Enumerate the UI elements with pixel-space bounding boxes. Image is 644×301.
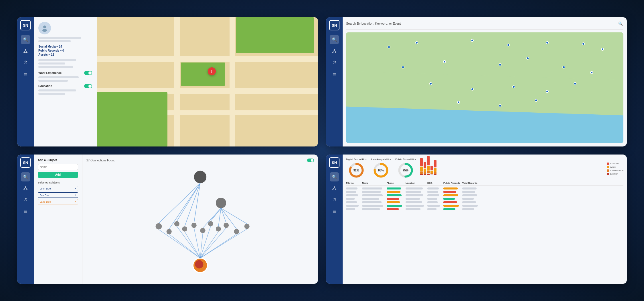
cell-name-7	[362, 208, 385, 210]
education-label: Education	[38, 85, 52, 88]
legend-arrest: Arrest	[607, 166, 623, 168]
cell-file-4	[346, 198, 360, 200]
sidebar2-clock-icon[interactable]: ⏱	[330, 58, 339, 67]
map-dot-21	[535, 99, 538, 102]
svg-point-9	[332, 52, 333, 53]
cell-pub-2	[443, 191, 461, 193]
svg-point-8	[334, 49, 335, 50]
education-toggle[interactable]	[84, 84, 92, 88]
edge-b1	[159, 230, 200, 258]
bar-criminal-5	[434, 160, 436, 167]
subject-chip-jane[interactable]: Jane Doe ×	[38, 199, 78, 204]
digital-hits-donut: 92%	[348, 162, 365, 179]
public-records-stat: Public Records – 0	[38, 49, 92, 52]
search-button[interactable]: 🔍	[618, 21, 623, 26]
subject-remove-john[interactable]: ×	[74, 187, 76, 190]
node-mid	[216, 198, 226, 208]
bar-col-3	[427, 156, 430, 175]
bar-incarc-3	[427, 171, 430, 173]
svg-point-14	[23, 189, 25, 190]
name-input[interactable]	[38, 164, 78, 170]
road-h1	[97, 56, 318, 62]
cell-loc-1	[406, 187, 426, 189]
subject-name-john: John Doe	[40, 187, 51, 190]
node-ml1	[156, 223, 162, 230]
col-head-file: File No.	[346, 182, 360, 184]
bar-eviction-2	[424, 174, 426, 175]
add-subject-title: Add a Subject	[38, 159, 78, 162]
cell-tot-7	[462, 208, 479, 210]
sidebar2-search-icon[interactable]: 🔍	[330, 35, 339, 44]
cell-tot-2	[462, 191, 479, 193]
work-experience-toggle[interactable]	[84, 71, 92, 75]
bar-criminal-1	[420, 158, 423, 166]
work-line-2	[38, 80, 68, 82]
subject-remove-jane[interactable]: ×	[74, 200, 76, 203]
public-record-label: Public Record Hits	[395, 158, 416, 161]
bar-criminal-2	[424, 162, 426, 168]
map-dot-15	[471, 88, 474, 91]
link-analysis-donut: 88%	[372, 162, 390, 179]
sidebar4-clock-icon[interactable]: ⏱	[330, 195, 339, 204]
sidebar2-layers-icon[interactable]: ▤	[330, 69, 339, 79]
map-background: !	[97, 17, 318, 146]
edge-b8	[200, 232, 218, 258]
cell-phone-2	[387, 191, 404, 193]
sidebar3-clock-icon[interactable]: ⏱	[21, 195, 30, 204]
col-head-public: Public Records	[443, 182, 461, 184]
sidebar-1: SN 🔍 ⏱ ▤	[17, 17, 34, 146]
map-dot-9	[443, 60, 446, 63]
sidebar3-network-icon[interactable]	[21, 184, 30, 193]
digital-hits-section: Digital Record Hits 92%	[346, 158, 367, 179]
cell-phone-5	[387, 201, 404, 203]
sidebar4-network-icon[interactable]	[330, 184, 339, 193]
legend-label-eviction: Eviction	[610, 173, 618, 175]
svg-point-19	[332, 189, 333, 190]
cell-loc-7	[406, 208, 426, 210]
add-subject-button[interactable]: Add	[38, 172, 78, 178]
public-record-donut: 75%	[397, 162, 414, 179]
link-analysis-section: Link Analysis Hits 88%	[371, 158, 391, 179]
subject-name-jane: Jane Doe	[40, 200, 51, 203]
bar-criminal-4	[430, 166, 433, 170]
records-table: File No. Name Phone Location DOB Public …	[346, 182, 623, 280]
legend-eviction: Eviction	[607, 173, 623, 175]
table-row-3	[346, 194, 623, 196]
dashboard: SN 🔍 ⏱ ▤	[0, 0, 644, 301]
network-toggle[interactable]	[307, 159, 314, 162]
records-panel: SN 🔍 ⏱ ▤ Digital Record Hits	[326, 155, 627, 284]
sidebar-network-icon[interactable]	[21, 46, 30, 56]
subject-name-joe: Joe Doe	[40, 194, 50, 197]
sidebar-layers-icon[interactable]: ▤	[21, 69, 30, 79]
sidebar4-layers-icon[interactable]: ▤	[330, 207, 339, 216]
work-line-1	[38, 76, 79, 78]
legend-criminal: Criminal	[607, 162, 623, 165]
subject-chip-joe[interactable]: Joe Doe ×	[38, 192, 78, 198]
bar-chart-wrapper: Criminal Arrest Incarceration Evict	[420, 158, 623, 175]
subject-chip-john[interactable]: John Doe ×	[38, 186, 78, 191]
sidebar-clock-icon[interactable]: ⏱	[21, 58, 30, 67]
svg-line-21	[333, 187, 334, 189]
svg-point-13	[25, 186, 26, 187]
sidebar3-search-icon[interactable]: 🔍	[21, 172, 30, 181]
edge-2	[169, 183, 200, 229]
edge-9	[221, 208, 226, 223]
svg-point-15	[26, 189, 27, 190]
map-dot-14	[429, 82, 432, 85]
sidebar3-layers-icon[interactable]: ▤	[21, 207, 30, 216]
cell-pub-3	[443, 194, 461, 196]
sidebar4-search-icon[interactable]: 🔍	[330, 172, 339, 181]
logo-4: SN	[329, 157, 339, 168]
sidebar2-network-icon[interactable]	[330, 46, 339, 56]
bar-col-1	[420, 158, 423, 175]
map-dot-5	[546, 41, 549, 44]
subject-remove-joe[interactable]: ×	[74, 194, 76, 197]
map-dot-11	[526, 57, 529, 60]
svg-line-16	[24, 187, 25, 189]
profile-stats: Social Media – 14 Public Records – 0 Ass…	[38, 45, 92, 56]
sidebar-search-icon[interactable]: 🔍	[21, 35, 30, 44]
table-row-7	[346, 208, 623, 210]
map-dot-12	[562, 66, 565, 69]
node-ml4	[182, 226, 187, 232]
svg-point-10	[335, 52, 336, 53]
